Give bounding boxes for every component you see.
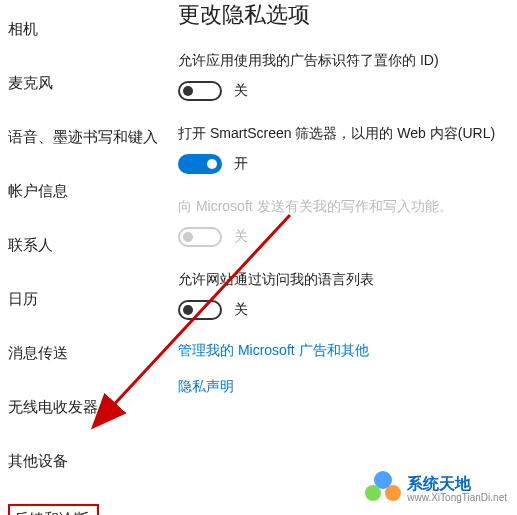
watermark: 系统天地 www.XiTongTianDi.net (365, 471, 507, 507)
toggle-state-text: 开 (234, 155, 248, 173)
toggle-state-text: 关 (234, 82, 248, 100)
setting-label: 向 Microsoft 发送有关我的写作和写入功能。 (178, 196, 517, 217)
content-panel: 更改隐私选项 允许应用使用我的广告标识符了置你的 ID) 关 打开 SmartS… (30, 0, 517, 515)
setting-smartscreen: 打开 SmartScreen 筛选器，以用的 Web 内容(URL) 开 (178, 123, 517, 174)
page-title: 更改隐私选项 (178, 0, 517, 30)
setting-label: 允许网站通过访问我的语言列表 (178, 269, 517, 290)
toggle-state-text: 关 (234, 228, 248, 246)
watermark-url: www.XiTongTianDi.net (407, 492, 507, 503)
watermark-title: 系统天地 (407, 475, 507, 493)
toggle-language-list[interactable] (178, 300, 222, 320)
toggle-smartscreen[interactable] (178, 154, 222, 174)
setting-writing-info: 向 Microsoft 发送有关我的写作和写入功能。 关 (178, 196, 517, 247)
link-privacy-statement[interactable]: 隐私声明 (178, 378, 517, 396)
toggle-ad-id[interactable] (178, 81, 222, 101)
watermark-logo-icon (365, 471, 401, 507)
toggle-writing-info (178, 227, 222, 247)
setting-ad-id: 允许应用使用我的广告标识符了置你的 ID) 关 (178, 50, 517, 101)
link-manage-ads[interactable]: 管理我的 Microsoft 广告和其他 (178, 342, 517, 360)
setting-language-list: 允许网站通过访问我的语言列表 关 (178, 269, 517, 320)
setting-label: 打开 SmartScreen 筛选器，以用的 Web 内容(URL) (178, 123, 517, 144)
toggle-state-text: 关 (234, 301, 248, 319)
setting-label: 允许应用使用我的广告标识符了置你的 ID) (178, 50, 517, 71)
